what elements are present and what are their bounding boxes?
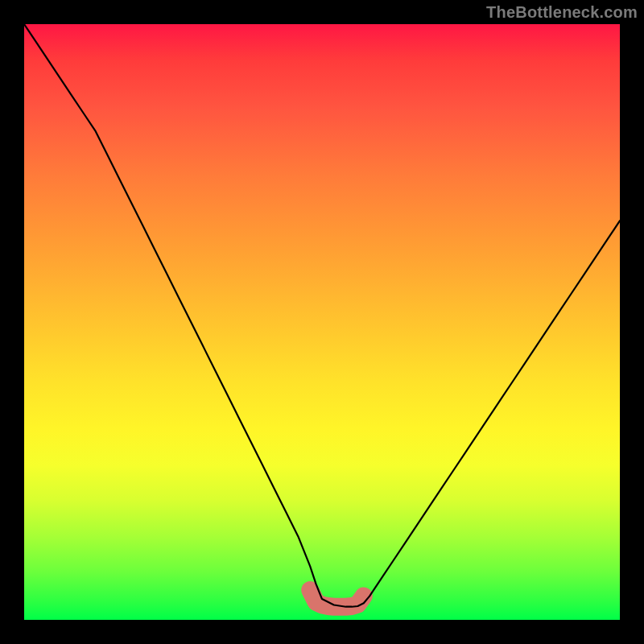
plot-svg	[24, 24, 620, 620]
chart-frame: TheBottleneck.com	[0, 0, 644, 644]
plot-area	[24, 24, 620, 620]
watermark-text: TheBottleneck.com	[486, 3, 638, 22]
highlight-band	[310, 590, 364, 607]
curve-line	[24, 24, 620, 607]
